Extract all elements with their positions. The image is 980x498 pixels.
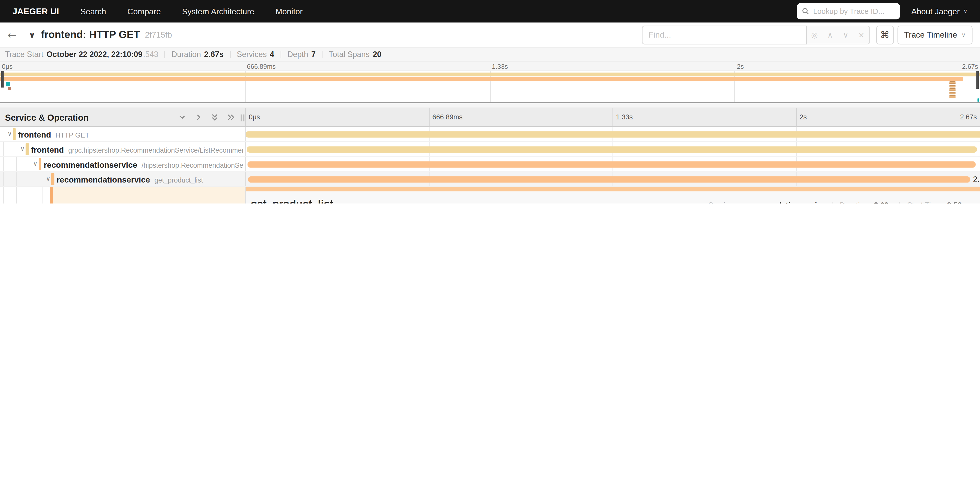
- detail-panel-column: get_product_list Service:recommendations…: [245, 187, 980, 203]
- trace-lookup-input[interactable]: [813, 7, 895, 16]
- selected-span-accent-bar: [50, 187, 53, 203]
- focus-match-icon[interactable]: ◎: [807, 26, 822, 44]
- minimap-bar: [950, 81, 956, 84]
- operation-name: grpc.hipstershop.RecommendationService/L…: [68, 146, 243, 154]
- back-arrow-button[interactable]: ←: [7, 29, 24, 41]
- row-expander-icon[interactable]: ∨: [44, 175, 52, 182]
- trace-duration: Duration 2.67s: [172, 50, 224, 59]
- timeline-ruler: 0μs 666.89ms 1.33s 2s 2.67s: [245, 108, 980, 126]
- trace-collapse-icon[interactable]: ∨: [29, 30, 35, 39]
- span-row[interactable]: ∨frontendgrpc.hipstershop.Recommendation…: [0, 142, 980, 157]
- search-icon: [802, 7, 809, 15]
- minimap-left-scrubber[interactable]: [1, 71, 4, 88]
- span-rows-top: ∨frontendHTTP GET∨frontendgrpc.hipstersh…: [0, 127, 980, 187]
- minimap-bar: [950, 88, 956, 91]
- span-bar[interactable]: [248, 176, 970, 182]
- service-name: recommendationservice: [44, 160, 137, 169]
- span-name-cell[interactable]: ∨frontendHTTP GET: [0, 127, 245, 141]
- trace-services-count: Services 4: [237, 50, 274, 59]
- operation-name: HTTP GET: [56, 131, 89, 139]
- row-expander-icon[interactable]: ∨: [6, 130, 14, 137]
- selected-span-highlight: [53, 187, 245, 203]
- span-operation-title: get_product_list: [251, 198, 333, 203]
- span-timeline-cell[interactable]: [245, 157, 980, 171]
- expand-one-icon[interactable]: [194, 113, 203, 121]
- minimap-bar: [950, 85, 956, 88]
- minimap-canvas[interactable]: [0, 70, 980, 103]
- minimap-bar: [950, 91, 956, 94]
- span-color-accent: [25, 143, 29, 155]
- trace-start: Trace Start October 22 2022, 22:10:09 .5…: [5, 50, 158, 59]
- service-name: frontend: [31, 145, 64, 155]
- span-name-cell[interactable]: ∨frontendgrpc.hipstershop.Recommendation…: [0, 142, 245, 156]
- detail-title-row: get_product_list Service:recommendations…: [251, 194, 973, 203]
- service-name: frontend: [18, 130, 51, 140]
- tree-controls: [178, 113, 245, 121]
- span-names: recommendationservice/hipstershop.Recomm…: [44, 157, 243, 171]
- minimap-bar: [0, 73, 980, 76]
- trace-summary-bar: Trace Start October 22 2022, 22:10:09 .5…: [0, 48, 980, 62]
- span-meta: Service:recommendationservice Duration:2…: [708, 201, 973, 203]
- span-names: recommendationserviceget_product_list: [56, 172, 243, 186]
- minimap-bar: [977, 98, 979, 102]
- span-name-cell[interactable]: ∨recommendationserviceget_product_list: [0, 172, 245, 186]
- trace-view-label: Trace Timeline: [904, 30, 957, 39]
- minimap-gap: [0, 103, 980, 108]
- trace-id-short: 2f715fb: [145, 30, 172, 39]
- span-color-accent: [38, 158, 41, 170]
- trace-lookup-box: [797, 3, 900, 19]
- operation-name: /hipstershop.RecommendationService/Lis..…: [142, 161, 243, 169]
- expand-all-icon[interactable]: [227, 113, 235, 121]
- find-input[interactable]: [642, 25, 807, 44]
- nav-item-monitor[interactable]: Monitor: [265, 6, 313, 16]
- span-bar[interactable]: [245, 131, 980, 137]
- span-timeline-cell[interactable]: 2.62s: [245, 172, 980, 186]
- prev-match-icon[interactable]: ∧: [822, 26, 838, 44]
- collapse-one-icon[interactable]: [178, 113, 186, 121]
- nav-item-search[interactable]: Search: [70, 6, 117, 16]
- timeline-grid-header: Service & Operation 0μs 666.89ms 1.33s 2…: [0, 108, 980, 127]
- keyboard-shortcuts-button[interactable]: ⌘: [876, 25, 894, 44]
- top-nav: JAEGER UI Search Compare System Architec…: [0, 0, 980, 22]
- trace-view-selector[interactable]: Trace Timeline ∨: [897, 25, 972, 44]
- next-match-icon[interactable]: ∨: [838, 26, 854, 44]
- span-bar[interactable]: [247, 146, 977, 152]
- find-control: ◎ ∧ ∨ ×: [642, 25, 870, 44]
- operation-name: get_product_list: [154, 176, 203, 184]
- span-timeline-cell[interactable]: [245, 142, 980, 156]
- span-detail-region: get_product_list Service:recommendations…: [0, 187, 980, 203]
- span-color-accent: [51, 173, 54, 185]
- column-resize-handle[interactable]: [241, 115, 245, 121]
- span-duration-label: 2.62s: [973, 172, 980, 186]
- trace-total-spans: Total Spans 20: [329, 50, 382, 59]
- minimap-bar: [950, 95, 956, 98]
- span-names: frontendHTTP GET: [18, 127, 243, 141]
- span-row[interactable]: ∨recommendationserviceget_product_list2.…: [0, 172, 980, 187]
- span-color-accent: [13, 128, 16, 140]
- selected-span-bar-strip: [245, 187, 980, 191]
- service-name: recommendationservice: [56, 175, 150, 185]
- minimap-bar: [0, 77, 963, 81]
- span-names: frontendgrpc.hipstershop.RecommendationS…: [31, 142, 243, 156]
- row-expander-icon[interactable]: ∨: [31, 160, 39, 167]
- span-name-cell[interactable]: ∨recommendationservice/hipstershop.Recom…: [0, 157, 245, 171]
- jaeger-trace-page: JAEGER UI Search Compare System Architec…: [0, 0, 980, 203]
- service-operation-title: Service & Operation: [0, 112, 89, 122]
- minimap-right-scrubber[interactable]: [976, 71, 979, 89]
- clear-find-icon[interactable]: ×: [854, 26, 869, 44]
- span-row[interactable]: ∨frontendHTTP GET: [0, 127, 980, 142]
- span-timeline-cell[interactable]: [245, 127, 980, 141]
- minimap-tick-labels: 0μs 666.89ms 1.33s 2s 2.67s: [0, 62, 980, 70]
- span-row[interactable]: ∨recommendationservice/hipstershop.Recom…: [0, 157, 980, 172]
- nav-item-compare[interactable]: Compare: [117, 6, 172, 16]
- about-jaeger-label: About Jaeger: [911, 6, 959, 16]
- trace-depth: Depth 7: [287, 50, 316, 59]
- brand-logo[interactable]: JAEGER UI: [0, 6, 70, 16]
- span-bar[interactable]: [248, 161, 975, 167]
- trace-header-controls: ◎ ∧ ∨ × ⌘ Trace Timeline ∨: [642, 25, 973, 44]
- row-expander-icon[interactable]: ∨: [18, 145, 27, 152]
- collapse-all-icon[interactable]: [210, 113, 219, 121]
- trace-header: ← ∨ frontend: HTTP GET 2f715fb ◎ ∧ ∨ × ⌘…: [0, 22, 980, 48]
- nav-item-system-architecture[interactable]: System Architecture: [172, 6, 265, 16]
- about-jaeger-menu[interactable]: About Jaeger ∨: [911, 6, 967, 16]
